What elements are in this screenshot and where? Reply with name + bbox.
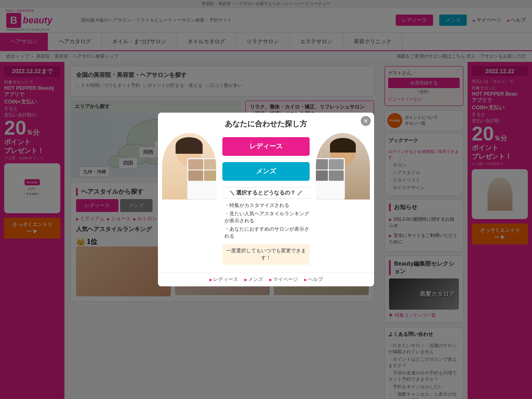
modal-footer-mypage-link[interactable]: マイページ <box>269 276 298 283</box>
modal-select-title: ＼ 選択するとどうなるの？ ／ <box>222 187 310 199</box>
modal-dialog: ✕ あなたに合わせた探し方 <box>158 113 374 286</box>
modal-footer: レディース メンズ マイページ ヘルプ <box>158 272 374 286</box>
modal-desc-1: 特集がカスタマイズされる <box>224 202 310 209</box>
modal-footer-mens-link[interactable]: メンズ <box>244 276 263 283</box>
modal-change-note: 一度選択してもいつでも変更できます！ <box>222 244 310 265</box>
modal-images: レディース メンズ ＼ 選択するとどうなるの？ ／ 特集がカスタマイズされる 見… <box>158 133 374 272</box>
phone-preview-right <box>316 158 345 200</box>
phone-preview <box>187 158 216 200</box>
modal-overlay[interactable]: ✕ あなたに合わせた探し方 <box>0 0 532 399</box>
modal-desc-2: 見たい人気ヘアスタイルランキングが表示される <box>224 210 310 224</box>
modal-mens-button[interactable]: メンズ <box>222 162 310 181</box>
modal-center: レディース メンズ ＼ 選択するとどうなるの？ ／ 特集がカスタマイズされる 見… <box>216 133 316 272</box>
modal-footer-help-link[interactable]: ヘルプ <box>304 276 323 283</box>
modal-footer-ladies-link[interactable]: レディース <box>209 276 238 283</box>
modal-title: あなたに合わせた探し方 <box>158 113 374 133</box>
modal-close-button[interactable]: ✕ <box>361 116 371 126</box>
modal-woman-image <box>162 133 216 200</box>
modal-ladies-button[interactable]: レディース <box>222 137 310 156</box>
modal-desc-3: あなたにおすすめのサロンが表示される <box>224 226 310 240</box>
modal-desc-list: 特集がカスタマイズされる 見たい人気ヘアスタイルランキングが表示される あなたに… <box>222 202 310 240</box>
modal-man-image <box>316 133 370 200</box>
